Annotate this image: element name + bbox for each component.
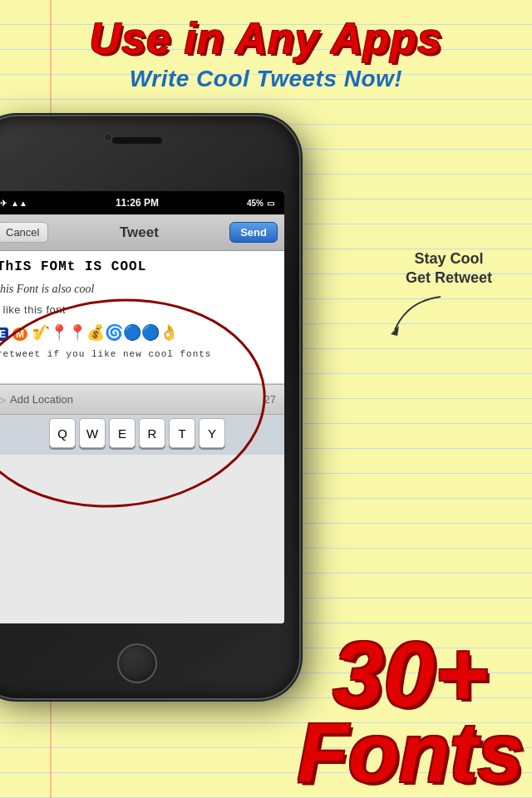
battery-label: 45%: [247, 199, 264, 208]
main-title: Use in Any Apps: [0, 0, 532, 62]
send-button[interactable]: Send: [229, 222, 278, 243]
tweet-content: ThIS FOMt IS COOL this Font is also cool…: [0, 251, 284, 384]
phone-device: ✈ ▲▲ 11:26 PM 45% ▭ Cancel Tweet Send: [0, 116, 299, 698]
annotation: Stay Cool Get Retweet: [382, 249, 515, 342]
svg-marker-0: [391, 326, 399, 336]
keyboard-row-1: Q W E R T Y: [0, 418, 283, 448]
key-w[interactable]: W: [79, 418, 106, 448]
tweet-emojis: E M 🎷📍📍💰🌀🔵🔵👌: [0, 323, 278, 343]
key-t[interactable]: T: [169, 418, 195, 448]
location-bar: ▷ Add Location 27: [0, 384, 284, 414]
phone-home-button[interactable]: [117, 643, 157, 683]
main-subtitle: Write Cool Tweets Now!: [0, 66, 532, 92]
annotation-arrow-icon: [382, 293, 449, 342]
location-left: ▷ Add Location: [0, 393, 73, 406]
tweet-text-line2: this Font is also cool: [0, 281, 278, 298]
tweet-text-line1: ThIS FOMt IS COOL: [0, 258, 278, 276]
status-left: ✈ ▲▲: [0, 199, 27, 208]
annotation-line2: Get Retweet: [406, 269, 492, 286]
tweet-header: Cancel Tweet Send: [0, 214, 284, 251]
annotation-text: Stay Cool Get Retweet: [382, 249, 515, 288]
key-e[interactable]: E: [109, 418, 135, 448]
location-label[interactable]: Add Location: [10, 393, 73, 406]
annotation-line1: Stay Cool: [414, 250, 483, 267]
tweet-text-line3: I like this font: [0, 303, 278, 318]
tweet-text-line4: RETWEET IF YOU LIKE NEW COOL FONTS: [0, 348, 278, 361]
phone-camera: [104, 133, 112, 141]
phone-wrapper: ✈ ▲▲ 11:26 PM 45% ▭ Cancel Tweet Send: [0, 116, 324, 715]
big-fonts: Fonts: [298, 715, 524, 790]
status-bar: ✈ ▲▲ 11:26 PM 45% ▭: [0, 191, 284, 214]
tweet-title: Tweet: [120, 224, 159, 241]
key-q[interactable]: Q: [49, 418, 76, 448]
key-r[interactable]: R: [139, 418, 165, 448]
key-y[interactable]: Y: [199, 418, 225, 448]
keyboard-area: Q W E R T Y: [0, 414, 284, 455]
wifi-icon: ▲▲: [11, 199, 27, 208]
main-content: Use in Any Apps Write Cool Tweets Now! ✈…: [0, 0, 532, 798]
char-count: 27: [264, 393, 276, 406]
airplane-icon: ✈: [0, 199, 7, 208]
status-right: 45% ▭: [247, 199, 274, 208]
big-number: 30+: [298, 633, 524, 715]
bottom-text: 30+ Fonts: [298, 633, 524, 790]
battery-icon: ▭: [267, 199, 274, 208]
location-arrow-icon: ▷: [0, 394, 6, 406]
phone-speaker: [112, 137, 162, 144]
phone-screen: ✈ ▲▲ 11:26 PM 45% ▭ Cancel Tweet Send: [0, 191, 284, 623]
status-time: 11:26 PM: [27, 197, 247, 209]
cancel-button[interactable]: Cancel: [0, 222, 48, 243]
tweet-dialog: Cancel Tweet Send ThIS FOMt IS COOL this…: [0, 214, 284, 623]
